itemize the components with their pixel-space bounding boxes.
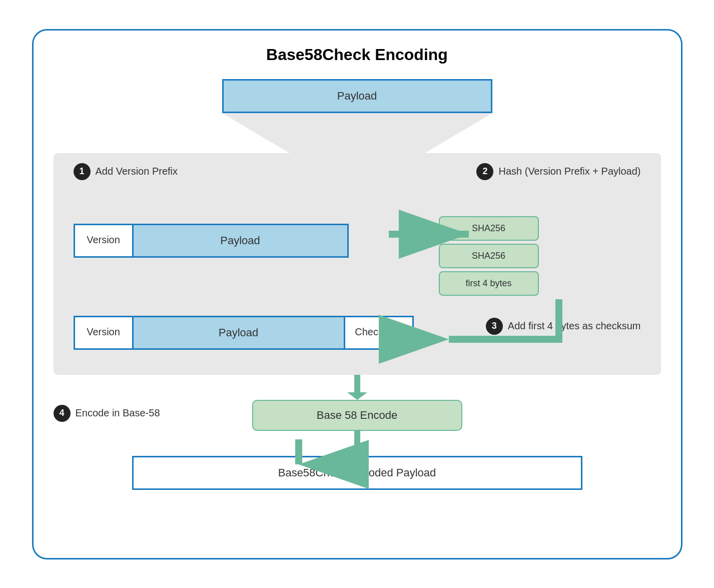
final-box: Base58Check Encoded Payload: [132, 456, 582, 490]
arrow-down-1: [54, 375, 661, 400]
step2-label-row: 2 Hash (Version Prefix + Payload): [476, 163, 640, 180]
svg-marker-6: [347, 392, 367, 400]
transition-area: [54, 113, 661, 153]
payload-top-box: Payload: [222, 79, 492, 113]
step1-text: Add Version Prefix: [96, 166, 178, 177]
row2-container: Version Payload SHA256 SHA256: [74, 186, 641, 296]
payload-lower-box: Payload: [134, 316, 344, 350]
version-payload-row1: Version Payload: [74, 224, 349, 258]
step4-section: 4 Encode in Base-58 Base 58 Encode: [54, 400, 661, 431]
payload-mid-box: Payload: [134, 224, 349, 258]
step4-text: Encode in Base-58: [76, 407, 160, 419]
top-payload-section: Payload: [54, 79, 661, 113]
row-spacer: [74, 296, 641, 316]
step4-circle: 4: [54, 405, 71, 422]
checksum-box: Checksum: [344, 316, 414, 350]
final-box-section: Base58Check Encoded Payload: [54, 456, 661, 490]
sha-column: SHA256 SHA256 first 4 bytes: [439, 216, 539, 296]
step3-text: Add first 4 bytes as checksum: [508, 320, 641, 332]
step4-label-row: 4 Encode in Base-58: [54, 405, 160, 422]
svg-marker-8: [347, 448, 367, 456]
sha256-box-2: SHA256: [439, 244, 539, 268]
step2-circle: 2: [476, 163, 493, 180]
grey-section: 1 Add Version Prefix 2 Hash (Version Pre…: [54, 153, 661, 375]
base58-encode-box: Base 58 Encode: [252, 400, 462, 431]
arrow-down-2: [54, 431, 661, 456]
first4bytes-box: first 4 bytes: [439, 271, 539, 296]
svg-marker-4: [222, 113, 492, 153]
step2-text: Hash (Version Prefix + Payload): [498, 166, 640, 177]
version-payload-checksum-row: Version Payload Checksum: [74, 316, 414, 350]
version-box-1: Version: [74, 224, 134, 258]
step3-circle: 3: [486, 318, 503, 335]
version-box-2: Version: [74, 316, 134, 350]
diagram-title: Base58Check Encoding: [54, 46, 661, 64]
bottom-spacer: [74, 350, 641, 360]
step1-circle: 1: [74, 163, 91, 180]
sha256-box-1: SHA256: [439, 216, 539, 241]
step3-label-row: 3 Add first 4 bytes as checksum: [486, 318, 641, 335]
diagram-body: Payload 1 Add Version Prefix 2: [54, 79, 661, 490]
diagram-container: Base58Check Encoding: [32, 29, 682, 559]
